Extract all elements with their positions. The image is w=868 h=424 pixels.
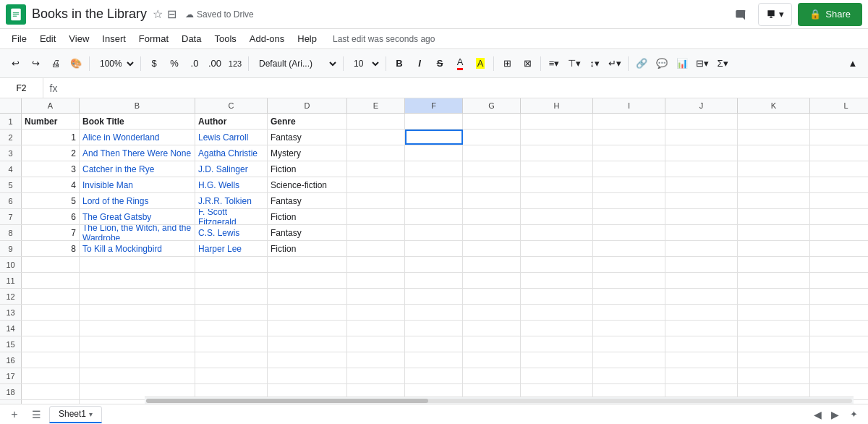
cell[interactable] <box>810 368 868 383</box>
cell[interactable] <box>463 193 521 208</box>
present-button[interactable]: ▾ <box>758 3 792 26</box>
borders-button[interactable]: ⊞ <box>498 54 516 73</box>
cell[interactable] <box>521 321 593 336</box>
cell[interactable] <box>405 177 463 192</box>
cell[interactable]: The Lion, the Witch, and the Wardrobe <box>80 225 195 240</box>
cell[interactable]: Author <box>195 114 268 129</box>
cell[interactable] <box>405 273 463 288</box>
cell[interactable] <box>347 289 405 304</box>
scroll-thumb[interactable] <box>146 399 428 403</box>
zoom-select[interactable]: 100%75%150% <box>93 54 137 73</box>
cell[interactable] <box>521 241 593 256</box>
cell[interactable] <box>347 305 405 320</box>
menu-file[interactable]: File <box>6 32 33 46</box>
cell[interactable] <box>80 352 195 368</box>
cell[interactable] <box>665 225 738 240</box>
scroll-right-button[interactable]: ▶ <box>827 407 842 422</box>
cell[interactable] <box>463 241 521 256</box>
cell[interactable]: Agatha Christie <box>195 145 268 161</box>
cell[interactable] <box>665 368 738 383</box>
italic-button[interactable]: I <box>410 54 429 73</box>
cell[interactable] <box>347 130 405 145</box>
cell[interactable] <box>268 336 347 352</box>
cell[interactable] <box>593 241 665 256</box>
cell[interactable] <box>593 289 665 304</box>
align-button[interactable]: ≡▾ <box>545 54 563 73</box>
cell[interactable] <box>593 209 665 224</box>
cell[interactable] <box>463 209 521 224</box>
cell[interactable] <box>463 273 521 288</box>
cell-reference[interactable]: F2 <box>0 78 43 98</box>
cell[interactable] <box>405 130 463 145</box>
cell[interactable]: J.R.R. Tolkien <box>195 193 268 208</box>
cell[interactable] <box>22 257 80 272</box>
cell[interactable] <box>80 273 195 288</box>
cell[interactable] <box>521 352 593 368</box>
cell[interactable] <box>463 336 521 352</box>
print-button[interactable]: 🖨 <box>46 54 65 73</box>
font-select[interactable]: Default (Ari...) <box>252 54 339 73</box>
cell[interactable]: C.S. Lewis <box>195 225 268 240</box>
cell[interactable] <box>665 177 738 192</box>
menu-edit[interactable]: Edit <box>34 32 61 46</box>
cell[interactable]: To Kill a Mockingbird <box>80 241 195 256</box>
cell[interactable] <box>810 161 868 177</box>
cell[interactable] <box>593 177 665 192</box>
currency-button[interactable]: $ <box>145 54 163 73</box>
bold-button[interactable]: B <box>390 54 409 73</box>
cell[interactable] <box>738 368 810 383</box>
cell[interactable] <box>521 368 593 383</box>
cell[interactable] <box>810 209 868 224</box>
link-button[interactable]: 🔗 <box>632 54 651 73</box>
cell[interactable] <box>195 352 268 368</box>
cell[interactable]: Book Title <box>80 114 195 129</box>
col-header-l[interactable]: L <box>810 98 868 113</box>
cell[interactable] <box>405 209 463 224</box>
cell[interactable] <box>268 321 347 336</box>
rotate-button[interactable]: ↕▾ <box>585 54 604 73</box>
collapse-toolbar-button[interactable]: ▲ <box>843 54 862 73</box>
cell[interactable] <box>80 368 195 383</box>
row-number[interactable]: 18 <box>0 384 22 399</box>
cell[interactable] <box>347 336 405 352</box>
cell[interactable] <box>347 352 405 368</box>
cell[interactable] <box>810 177 868 192</box>
cell[interactable] <box>347 209 405 224</box>
menu-tools[interactable]: Tools <box>208 32 242 46</box>
menu-view[interactable]: View <box>63 32 95 46</box>
col-header-e[interactable]: E <box>347 98 405 113</box>
add-sheet-button[interactable]: + <box>6 406 23 423</box>
cell[interactable]: Lewis Carroll <box>195 130 268 145</box>
cell[interactable] <box>738 225 810 240</box>
cell[interactable] <box>521 177 593 192</box>
cell[interactable] <box>738 193 810 208</box>
cell[interactable] <box>521 305 593 320</box>
row-number[interactable]: 1 <box>0 114 22 129</box>
scroll-track[interactable] <box>146 399 852 403</box>
cell[interactable]: 7 <box>22 225 80 240</box>
cell[interactable] <box>665 305 738 320</box>
cell[interactable] <box>521 145 593 161</box>
cell[interactable] <box>405 193 463 208</box>
cell[interactable] <box>665 114 738 129</box>
undo-button[interactable]: ↩ <box>6 54 25 73</box>
cell[interactable]: Fiction <box>268 161 347 177</box>
col-header-a[interactable]: A <box>22 98 80 113</box>
cell[interactable] <box>665 241 738 256</box>
col-header-g[interactable]: G <box>463 98 521 113</box>
cell[interactable] <box>521 336 593 352</box>
sheets-list-button[interactable]: ☰ <box>27 406 45 423</box>
cell[interactable] <box>347 368 405 383</box>
highlight-color-button[interactable]: A <box>471 54 490 73</box>
cell[interactable] <box>521 257 593 272</box>
chart-button[interactable]: 📊 <box>673 54 692 73</box>
wrap-button[interactable]: ↵▾ <box>605 54 624 73</box>
cell[interactable] <box>738 352 810 368</box>
cell[interactable] <box>593 368 665 383</box>
cell[interactable] <box>810 130 868 145</box>
col-header-b[interactable]: B <box>80 98 195 113</box>
cell[interactable] <box>22 368 80 383</box>
cell[interactable] <box>521 130 593 145</box>
cell[interactable] <box>463 289 521 304</box>
cell[interactable]: 8 <box>22 241 80 256</box>
